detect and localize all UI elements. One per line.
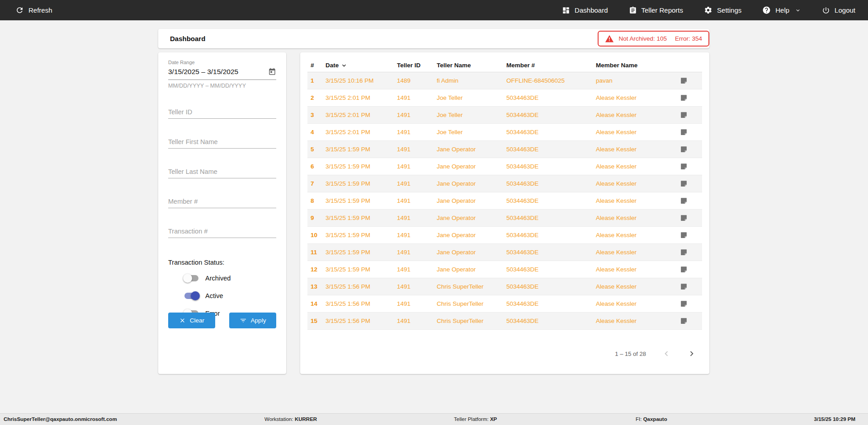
platform-value: XP (490, 416, 497, 422)
row-date: 3/15/25 1:59 PM (326, 163, 397, 170)
date-range-value: 3/15/2025 – 3/15/2025 (168, 68, 238, 76)
table-row[interactable]: 12 3/15/25 1:59 PM 1491 Jane Operator 50… (307, 261, 702, 278)
note-icon[interactable] (680, 77, 688, 84)
row-number: 8 (307, 197, 326, 204)
table-row[interactable]: 9 3/15/25 1:59 PM 1491 Jane Operator 503… (307, 210, 702, 227)
nav-help[interactable]: Help (762, 6, 801, 14)
row-member-num: 5034463DE (506, 163, 596, 170)
nav-settings[interactable]: Settings (704, 6, 741, 14)
nav-logout[interactable]: Logout (822, 6, 855, 14)
row-number: 12 (307, 266, 326, 273)
table-row[interactable]: 15 3/15/25 1:56 PM 1491 Chris SuperTelle… (307, 313, 702, 330)
nav-teller-reports[interactable]: Teller Reports (629, 6, 684, 14)
note-icon[interactable] (680, 266, 688, 273)
row-number: 4 (307, 129, 326, 135)
table-row[interactable]: 8 3/15/25 1:59 PM 1491 Jane Operator 503… (307, 192, 702, 210)
transaction-status-label: Transaction Status: (168, 259, 276, 266)
fi-value: Qaxpauto (643, 416, 667, 422)
row-date: 3/15/25 1:56 PM (326, 283, 397, 290)
table-row[interactable]: 7 3/15/25 1:59 PM 1491 Jane Operator 503… (307, 175, 702, 192)
note-icon[interactable] (680, 163, 688, 170)
toggle-thumb (191, 291, 200, 300)
row-date: 3/15/25 2:01 PM (326, 129, 397, 135)
row-member-name: Alease Kessler (596, 266, 675, 273)
row-number: 13 (307, 283, 326, 290)
row-date: 3/15/25 1:56 PM (326, 300, 397, 307)
row-member-name: Alease Kessler (596, 249, 675, 256)
row-teller-name: Joe Teller (437, 129, 506, 135)
note-icon[interactable] (680, 94, 688, 102)
top-navigation-bar: Refresh Dashboard Teller Reports Setting… (0, 0, 868, 20)
table-row[interactable]: 11 3/15/25 1:59 PM 1491 Jane Operator 50… (307, 244, 702, 261)
nav-dashboard[interactable]: Dashboard (562, 6, 608, 14)
next-page-button[interactable] (687, 349, 697, 359)
archived-toggle[interactable] (183, 274, 200, 283)
row-member-num: 5034463DE (506, 112, 596, 118)
previous-page-button[interactable] (661, 349, 671, 359)
row-date: 3/15/25 1:59 PM (326, 197, 397, 204)
row-teller-id: 1491 (397, 94, 437, 101)
note-icon[interactable] (680, 283, 688, 290)
transaction-number-input[interactable] (168, 227, 276, 238)
date-range-label: Date Range (168, 60, 276, 65)
filter-panel: Date Range 3/15/2025 – 3/15/2025 MM/DD/Y… (158, 52, 286, 374)
table-row[interactable]: 1 3/15/25 10:16 PM 1489 fi Admin OFFLINE… (307, 72, 702, 89)
table-row[interactable]: 4 3/15/25 2:01 PM 1491 Joe Teller 503446… (307, 124, 702, 141)
row-member-name: Alease Kessler (596, 129, 675, 135)
table-row[interactable]: 2 3/15/25 2:01 PM 1491 Joe Teller 503446… (307, 89, 702, 107)
table-row[interactable]: 5 3/15/25 1:59 PM 1491 Jane Operator 503… (307, 141, 702, 158)
row-member-name: Alease Kessler (596, 146, 675, 153)
note-icon[interactable] (680, 145, 688, 153)
note-icon[interactable] (680, 231, 688, 239)
table-row[interactable]: 13 3/15/25 1:56 PM 1491 Chris SuperTelle… (307, 278, 702, 295)
note-icon[interactable] (680, 214, 688, 222)
row-member-name: Alease Kessler (596, 300, 675, 307)
table-row[interactable]: 3 3/15/25 2:01 PM 1491 Joe Teller 503446… (307, 107, 702, 124)
member-number-input[interactable] (168, 197, 276, 208)
clear-button-label: Clear (190, 317, 204, 324)
date-range-field[interactable]: 3/15/2025 – 3/15/2025 (168, 68, 276, 80)
dashboard-icon (562, 6, 570, 14)
row-member-num: 5034463DE (506, 249, 596, 256)
close-icon (179, 317, 186, 324)
status-alert-badge[interactable]: Not Archived: 105 Error: 354 (598, 31, 709, 47)
clear-button[interactable]: Clear (168, 313, 215, 328)
row-date: 3/15/25 1:56 PM (326, 318, 397, 324)
row-teller-name: Jane Operator (437, 197, 506, 204)
row-date: 3/15/25 1:59 PM (326, 232, 397, 238)
toggle-row-active: Active (183, 290, 276, 301)
row-member-num: 5034463DE (506, 232, 596, 238)
page-range-label: 1 – 15 of 28 (615, 350, 646, 357)
apply-button[interactable]: Apply (229, 313, 276, 328)
calendar-icon[interactable] (268, 68, 276, 76)
refresh-button[interactable]: Refresh (15, 6, 52, 14)
note-icon[interactable] (680, 180, 688, 187)
teller-last-name-input[interactable] (168, 167, 276, 178)
row-member-num: 5034463DE (506, 318, 596, 324)
note-icon[interactable] (680, 197, 688, 205)
note-icon[interactable] (680, 300, 688, 308)
row-member-name: Alease Kessler (596, 94, 675, 101)
table-row[interactable]: 14 3/15/25 1:56 PM 1491 Chris SuperTelle… (307, 295, 702, 313)
column-header-num: # (307, 62, 326, 69)
row-teller-id: 1491 (397, 163, 437, 170)
note-icon[interactable] (680, 111, 688, 119)
nav-settings-label: Settings (717, 6, 741, 14)
nav-dashboard-label: Dashboard (575, 6, 608, 14)
sort-down-icon (340, 62, 348, 69)
teller-id-input[interactable] (168, 107, 276, 119)
teller-first-name-input[interactable] (168, 137, 276, 149)
row-teller-name: Jane Operator (437, 146, 506, 153)
row-member-num: 5034463DE (506, 197, 596, 204)
note-icon[interactable] (680, 248, 688, 256)
filter-icon (240, 317, 247, 324)
column-header-date[interactable]: Date (326, 62, 397, 69)
row-member-name: Alease Kessler (596, 318, 675, 324)
table-row[interactable]: 6 3/15/25 1:59 PM 1491 Jane Operator 503… (307, 158, 702, 175)
note-icon[interactable] (680, 128, 688, 136)
table-row[interactable]: 10 3/15/25 1:59 PM 1491 Jane Operator 50… (307, 227, 702, 244)
active-toggle[interactable] (183, 291, 200, 300)
row-number: 10 (307, 232, 326, 238)
note-icon[interactable] (680, 317, 688, 325)
paginator: 1 – 15 of 28 (307, 349, 702, 359)
